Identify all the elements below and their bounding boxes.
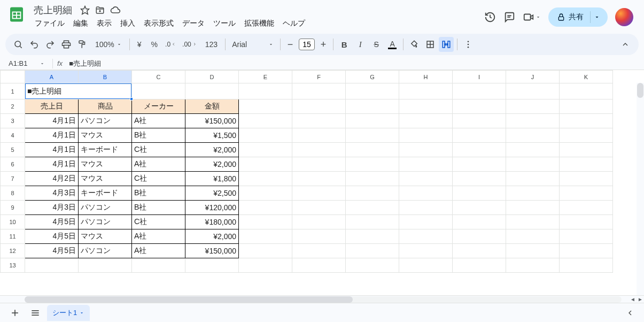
cell-J7[interactable] bbox=[506, 172, 560, 186]
add-sheet-button[interactable] bbox=[6, 305, 24, 320]
row-header-3[interactable]: 3 bbox=[1, 114, 25, 128]
font-size-increase[interactable]: + bbox=[317, 38, 330, 51]
cell-E12[interactable] bbox=[239, 244, 292, 258]
cell-C6[interactable]: A社 bbox=[132, 157, 185, 172]
cell-E3[interactable] bbox=[239, 114, 292, 128]
cell-C10[interactable]: C社 bbox=[132, 215, 185, 229]
row-header-1[interactable]: 1 bbox=[1, 83, 25, 99]
cell-G8[interactable] bbox=[346, 186, 399, 201]
cell-E13[interactable] bbox=[239, 258, 292, 273]
cell-E7[interactable] bbox=[239, 172, 292, 186]
cell-A7[interactable]: 4月2日 bbox=[25, 172, 79, 186]
menu-拡張機能[interactable]: 拡張機能 bbox=[240, 17, 278, 30]
cell-K13[interactable] bbox=[560, 258, 613, 273]
cell-I10[interactable] bbox=[453, 215, 506, 229]
cell-H7[interactable] bbox=[399, 172, 453, 186]
cell-G7[interactable] bbox=[346, 172, 399, 186]
cell-D9[interactable]: ¥120,000 bbox=[185, 201, 239, 215]
row-header-2[interactable]: 2 bbox=[1, 99, 25, 114]
text-color-button[interactable]: A bbox=[385, 37, 400, 52]
cell-C13[interactable] bbox=[132, 258, 185, 273]
cell-A8[interactable]: 4月3日 bbox=[25, 186, 79, 201]
paint-format-icon[interactable] bbox=[75, 37, 90, 52]
col-header-I[interactable]: I bbox=[453, 71, 506, 83]
name-box[interactable]: A1:B1 bbox=[5, 58, 48, 70]
select-all-cell[interactable] bbox=[1, 71, 25, 83]
cell-J10[interactable] bbox=[506, 215, 560, 229]
cell-B2[interactable]: 商品 bbox=[79, 99, 132, 114]
cell-J11[interactable] bbox=[506, 229, 560, 244]
cell-E5[interactable] bbox=[239, 143, 292, 157]
cell-J1[interactable] bbox=[506, 83, 560, 99]
cell-F1[interactable] bbox=[292, 83, 346, 99]
cell-D2[interactable]: 金額 bbox=[185, 99, 239, 114]
row-header-9[interactable]: 9 bbox=[1, 201, 25, 215]
cell-I4[interactable] bbox=[453, 128, 506, 143]
col-header-E[interactable]: E bbox=[239, 71, 292, 83]
col-header-K[interactable]: K bbox=[560, 71, 613, 83]
cell-K6[interactable] bbox=[560, 157, 613, 172]
undo-icon[interactable] bbox=[27, 37, 42, 52]
cell-K12[interactable] bbox=[560, 244, 613, 258]
more-toolbar-icon[interactable] bbox=[461, 37, 476, 52]
cell-K11[interactable] bbox=[560, 229, 613, 244]
increase-decimal-button[interactable]: .00 bbox=[180, 37, 200, 52]
cell-B9[interactable]: パソコン bbox=[79, 201, 132, 215]
cell-G10[interactable] bbox=[346, 215, 399, 229]
cell-J3[interactable] bbox=[506, 114, 560, 128]
doc-title[interactable]: 売上明細 bbox=[31, 3, 75, 17]
strikethrough-button[interactable]: S bbox=[369, 37, 384, 52]
cell-J9[interactable] bbox=[506, 201, 560, 215]
cell-I9[interactable] bbox=[453, 201, 506, 215]
cell-F11[interactable] bbox=[292, 229, 346, 244]
merge-cells-button[interactable] bbox=[439, 37, 454, 52]
cell-A6[interactable]: 4月1日 bbox=[25, 157, 79, 172]
cell-F3[interactable] bbox=[292, 114, 346, 128]
cell-K7[interactable] bbox=[560, 172, 613, 186]
cell-I12[interactable] bbox=[453, 244, 506, 258]
cell-B10[interactable]: パソコン bbox=[79, 215, 132, 229]
meet-icon[interactable] bbox=[523, 11, 541, 23]
currency-button[interactable]: ¥ bbox=[133, 37, 146, 52]
cell-G2[interactable] bbox=[346, 99, 399, 114]
cell-G5[interactable] bbox=[346, 143, 399, 157]
horizontal-scrollbar[interactable]: ◄ ► bbox=[0, 295, 644, 303]
cell-D12[interactable]: ¥150,000 bbox=[185, 244, 239, 258]
cloud-status-icon[interactable] bbox=[110, 5, 121, 16]
col-header-C[interactable]: C bbox=[132, 71, 185, 83]
menu-編集[interactable]: 編集 bbox=[69, 17, 92, 30]
cell-J13[interactable] bbox=[506, 258, 560, 273]
history-icon[interactable] bbox=[484, 11, 496, 23]
cell-J6[interactable] bbox=[506, 157, 560, 172]
row-header-11[interactable]: 11 bbox=[1, 229, 25, 244]
cell-D7[interactable]: ¥1,800 bbox=[185, 172, 239, 186]
cell-E2[interactable] bbox=[239, 99, 292, 114]
cell-C12[interactable]: A社 bbox=[132, 244, 185, 258]
cell-H9[interactable] bbox=[399, 201, 453, 215]
row-header-5[interactable]: 5 bbox=[1, 143, 25, 157]
cell-I13[interactable] bbox=[453, 258, 506, 273]
cell-J4[interactable] bbox=[506, 128, 560, 143]
row-header-13[interactable]: 13 bbox=[1, 258, 25, 273]
zoom-dropdown[interactable]: 100% bbox=[91, 37, 126, 52]
comments-icon[interactable] bbox=[503, 11, 515, 23]
cell-H2[interactable] bbox=[399, 99, 453, 114]
cell-G4[interactable] bbox=[346, 128, 399, 143]
cell-K2[interactable] bbox=[560, 99, 613, 114]
cell-D4[interactable]: ¥1,500 bbox=[185, 128, 239, 143]
cell-K9[interactable] bbox=[560, 201, 613, 215]
all-sheets-button[interactable] bbox=[27, 305, 44, 320]
cell-G13[interactable] bbox=[346, 258, 399, 273]
cell-G1[interactable] bbox=[346, 83, 399, 99]
cell-B13[interactable] bbox=[79, 258, 132, 273]
cell-H8[interactable] bbox=[399, 186, 453, 201]
cell-C3[interactable]: A社 bbox=[132, 114, 185, 128]
italic-button[interactable]: I bbox=[353, 37, 368, 52]
cell-F10[interactable] bbox=[292, 215, 346, 229]
cell-F13[interactable] bbox=[292, 258, 346, 273]
cell-B12[interactable]: パソコン bbox=[79, 244, 132, 258]
cell-G3[interactable] bbox=[346, 114, 399, 128]
cell-D6[interactable]: ¥2,000 bbox=[185, 157, 239, 172]
cell-D8[interactable]: ¥2,500 bbox=[185, 186, 239, 201]
cell-A10[interactable]: 4月5日 bbox=[25, 215, 79, 229]
